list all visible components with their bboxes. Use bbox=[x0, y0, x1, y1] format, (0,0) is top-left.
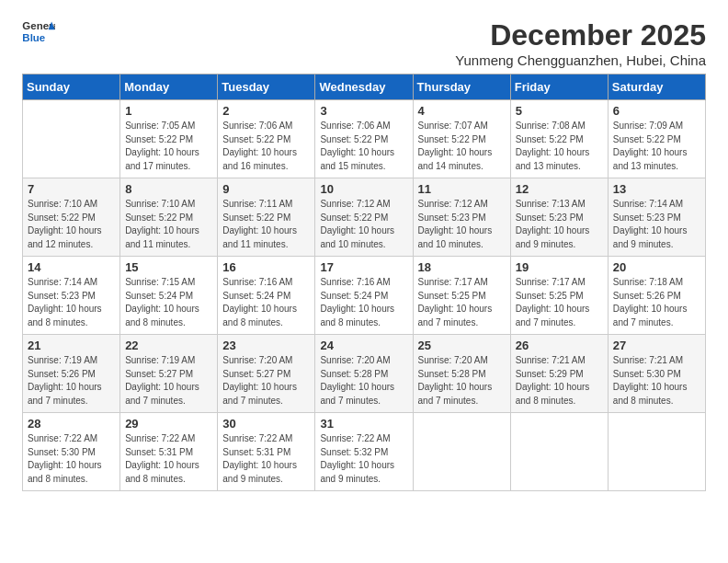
day-info: Sunrise: 7:13 AM Sunset: 5:23 PM Dayligh… bbox=[516, 198, 603, 251]
day-info: Sunrise: 7:19 AM Sunset: 5:27 PM Dayligh… bbox=[125, 354, 212, 408]
calendar-cell: 23Sunrise: 7:20 AM Sunset: 5:27 PM Dayli… bbox=[218, 335, 315, 413]
day-number: 3 bbox=[320, 104, 407, 118]
calendar-cell bbox=[510, 413, 608, 491]
calendar-cell bbox=[413, 413, 510, 491]
day-info: Sunrise: 7:06 AM Sunset: 5:22 PM Dayligh… bbox=[320, 120, 407, 173]
weekday-header-wednesday: Wednesday bbox=[315, 75, 413, 100]
month-year: December 2025 bbox=[455, 18, 706, 52]
day-number: 6 bbox=[613, 104, 700, 118]
calendar-cell: 1Sunrise: 7:05 AM Sunset: 5:22 PM Daylig… bbox=[120, 100, 218, 178]
day-number: 29 bbox=[125, 417, 212, 431]
week-row-2: 7Sunrise: 7:10 AM Sunset: 5:22 PM Daylig… bbox=[23, 178, 706, 257]
calendar-cell: 16Sunrise: 7:16 AM Sunset: 5:24 PM Dayli… bbox=[218, 257, 315, 335]
day-info: Sunrise: 7:20 AM Sunset: 5:28 PM Dayligh… bbox=[320, 354, 407, 408]
day-number: 11 bbox=[418, 182, 506, 196]
calendar-cell: 18Sunrise: 7:17 AM Sunset: 5:25 PM Dayli… bbox=[413, 257, 510, 335]
day-info: Sunrise: 7:16 AM Sunset: 5:24 PM Dayligh… bbox=[222, 276, 310, 329]
day-info: Sunrise: 7:15 AM Sunset: 5:24 PM Dayligh… bbox=[125, 276, 212, 329]
calendar-cell: 19Sunrise: 7:17 AM Sunset: 5:25 PM Dayli… bbox=[510, 257, 608, 335]
location: Yunmeng Chengguanzhen, Hubei, China bbox=[455, 52, 706, 68]
day-number: 5 bbox=[516, 104, 603, 118]
day-number: 12 bbox=[516, 182, 603, 196]
day-number: 27 bbox=[613, 339, 700, 352]
day-info: Sunrise: 7:17 AM Sunset: 5:25 PM Dayligh… bbox=[418, 276, 506, 329]
day-info: Sunrise: 7:12 AM Sunset: 5:22 PM Dayligh… bbox=[320, 198, 407, 251]
week-row-5: 28Sunrise: 7:22 AM Sunset: 5:30 PM Dayli… bbox=[23, 413, 706, 491]
day-number: 26 bbox=[516, 339, 603, 352]
day-info: Sunrise: 7:19 AM Sunset: 5:26 PM Dayligh… bbox=[28, 354, 115, 408]
day-number: 31 bbox=[320, 417, 407, 431]
day-number: 18 bbox=[418, 260, 506, 274]
weekday-header-monday: Monday bbox=[120, 75, 218, 100]
day-number: 22 bbox=[125, 339, 212, 352]
calendar-cell: 14Sunrise: 7:14 AM Sunset: 5:23 PM Dayli… bbox=[23, 257, 120, 335]
day-info: Sunrise: 7:08 AM Sunset: 5:22 PM Dayligh… bbox=[516, 120, 603, 173]
day-number: 17 bbox=[320, 260, 407, 274]
weekday-header-row: SundayMondayTuesdayWednesdayThursdayFrid… bbox=[23, 75, 706, 100]
day-info: Sunrise: 7:07 AM Sunset: 5:22 PM Dayligh… bbox=[418, 120, 506, 173]
page-header: General Blue December 2025 Yunmeng Cheng… bbox=[22, 18, 706, 68]
day-info: Sunrise: 7:10 AM Sunset: 5:22 PM Dayligh… bbox=[28, 198, 115, 251]
day-number: 1 bbox=[125, 104, 212, 118]
calendar-cell: 15Sunrise: 7:15 AM Sunset: 5:24 PM Dayli… bbox=[120, 257, 218, 335]
day-info: Sunrise: 7:22 AM Sunset: 5:31 PM Dayligh… bbox=[222, 432, 310, 486]
day-number: 24 bbox=[320, 339, 407, 352]
day-info: Sunrise: 7:09 AM Sunset: 5:22 PM Dayligh… bbox=[613, 120, 700, 173]
calendar-cell: 13Sunrise: 7:14 AM Sunset: 5:23 PM Dayli… bbox=[608, 178, 705, 257]
day-info: Sunrise: 7:20 AM Sunset: 5:27 PM Dayligh… bbox=[222, 354, 310, 408]
day-info: Sunrise: 7:22 AM Sunset: 5:30 PM Dayligh… bbox=[28, 432, 115, 486]
calendar-cell: 6Sunrise: 7:09 AM Sunset: 5:22 PM Daylig… bbox=[608, 100, 705, 178]
calendar-cell: 12Sunrise: 7:13 AM Sunset: 5:23 PM Dayli… bbox=[510, 178, 608, 257]
calendar-cell bbox=[23, 100, 120, 178]
weekday-header-tuesday: Tuesday bbox=[218, 75, 315, 100]
day-info: Sunrise: 7:21 AM Sunset: 5:30 PM Dayligh… bbox=[613, 354, 700, 408]
logo: General Blue bbox=[22, 18, 55, 46]
calendar-cell: 22Sunrise: 7:19 AM Sunset: 5:27 PM Dayli… bbox=[120, 335, 218, 413]
day-info: Sunrise: 7:22 AM Sunset: 5:31 PM Dayligh… bbox=[125, 432, 212, 486]
calendar-cell: 30Sunrise: 7:22 AM Sunset: 5:31 PM Dayli… bbox=[218, 413, 315, 491]
calendar-table: SundayMondayTuesdayWednesdayThursdayFrid… bbox=[22, 74, 706, 491]
day-info: Sunrise: 7:12 AM Sunset: 5:23 PM Dayligh… bbox=[418, 198, 506, 251]
day-number: 16 bbox=[222, 260, 310, 274]
day-number: 30 bbox=[222, 417, 310, 431]
day-info: Sunrise: 7:20 AM Sunset: 5:28 PM Dayligh… bbox=[418, 354, 506, 408]
day-number: 19 bbox=[516, 260, 603, 274]
calendar-cell: 17Sunrise: 7:16 AM Sunset: 5:24 PM Dayli… bbox=[315, 257, 413, 335]
calendar-cell: 2Sunrise: 7:06 AM Sunset: 5:22 PM Daylig… bbox=[218, 100, 315, 178]
weekday-header-friday: Friday bbox=[510, 75, 608, 100]
day-info: Sunrise: 7:05 AM Sunset: 5:22 PM Dayligh… bbox=[125, 120, 212, 173]
day-info: Sunrise: 7:17 AM Sunset: 5:25 PM Dayligh… bbox=[516, 276, 603, 329]
calendar-cell: 24Sunrise: 7:20 AM Sunset: 5:28 PM Dayli… bbox=[315, 335, 413, 413]
day-info: Sunrise: 7:11 AM Sunset: 5:22 PM Dayligh… bbox=[222, 198, 310, 251]
day-number: 10 bbox=[320, 182, 407, 196]
day-info: Sunrise: 7:21 AM Sunset: 5:29 PM Dayligh… bbox=[516, 354, 603, 408]
day-number: 20 bbox=[613, 260, 700, 274]
title-block: December 2025 Yunmeng Chengguanzhen, Hub… bbox=[455, 18, 706, 68]
day-number: 28 bbox=[28, 417, 115, 431]
day-number: 25 bbox=[418, 339, 506, 352]
calendar-cell: 11Sunrise: 7:12 AM Sunset: 5:23 PM Dayli… bbox=[413, 178, 510, 257]
day-number: 2 bbox=[222, 104, 310, 118]
calendar-cell: 20Sunrise: 7:18 AM Sunset: 5:26 PM Dayli… bbox=[608, 257, 705, 335]
calendar-cell: 5Sunrise: 7:08 AM Sunset: 5:22 PM Daylig… bbox=[510, 100, 608, 178]
calendar-cell: 7Sunrise: 7:10 AM Sunset: 5:22 PM Daylig… bbox=[23, 178, 120, 257]
weekday-header-thursday: Thursday bbox=[413, 75, 510, 100]
svg-text:Blue: Blue bbox=[22, 32, 45, 43]
calendar-cell: 25Sunrise: 7:20 AM Sunset: 5:28 PM Dayli… bbox=[413, 335, 510, 413]
weekday-header-sunday: Sunday bbox=[23, 75, 120, 100]
day-number: 8 bbox=[125, 182, 212, 196]
calendar-cell bbox=[608, 413, 705, 491]
calendar-cell: 27Sunrise: 7:21 AM Sunset: 5:30 PM Dayli… bbox=[608, 335, 705, 413]
week-row-1: 1Sunrise: 7:05 AM Sunset: 5:22 PM Daylig… bbox=[23, 100, 706, 178]
day-number: 9 bbox=[222, 182, 310, 196]
calendar-cell: 8Sunrise: 7:10 AM Sunset: 5:22 PM Daylig… bbox=[120, 178, 218, 257]
calendar-cell: 21Sunrise: 7:19 AM Sunset: 5:26 PM Dayli… bbox=[23, 335, 120, 413]
weekday-header-saturday: Saturday bbox=[608, 75, 705, 100]
day-info: Sunrise: 7:14 AM Sunset: 5:23 PM Dayligh… bbox=[613, 198, 700, 251]
day-number: 7 bbox=[28, 182, 115, 196]
calendar-cell: 29Sunrise: 7:22 AM Sunset: 5:31 PM Dayli… bbox=[120, 413, 218, 491]
day-number: 15 bbox=[125, 260, 212, 274]
day-info: Sunrise: 7:22 AM Sunset: 5:32 PM Dayligh… bbox=[320, 432, 407, 486]
calendar-cell: 4Sunrise: 7:07 AM Sunset: 5:22 PM Daylig… bbox=[413, 100, 510, 178]
calendar-cell: 28Sunrise: 7:22 AM Sunset: 5:30 PM Dayli… bbox=[23, 413, 120, 491]
